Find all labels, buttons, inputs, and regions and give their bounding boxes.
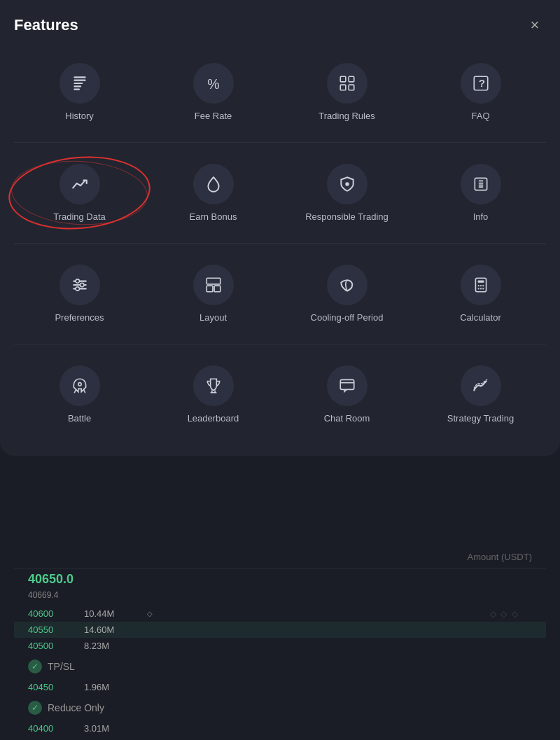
svg-rect-15 [478, 184, 483, 186]
cooling-off-label: Cooling-off Period [311, 312, 384, 324]
svg-point-22 [80, 283, 83, 286]
svg-point-30 [479, 285, 481, 286]
feature-preferences[interactable]: Preferences [14, 255, 145, 333]
chat-room-icon-circle [327, 365, 368, 406]
svg-line-36 [83, 389, 85, 392]
history-icon-circle [59, 63, 100, 104]
svg-rect-3 [74, 85, 81, 87]
section-row-4: Battle Leaderboard [14, 356, 546, 433]
trophy-icon [204, 377, 223, 395]
trading-rules-icon-circle [327, 63, 368, 104]
sliders-icon [71, 276, 89, 294]
grid-icon [338, 74, 356, 92]
layout-icon-circle [193, 265, 234, 305]
feature-calculator[interactable]: Calculator [415, 255, 546, 333]
feature-leaderboard[interactable]: Leaderboard [148, 356, 279, 433]
cooling-off-icon-circle [327, 265, 368, 305]
feature-trading-rules[interactable]: Trading Rules [281, 53, 412, 131]
bg-main-price: 40650.0 [14, 568, 546, 590]
responsible-trading-icon-circle [327, 164, 368, 204]
bg-sub-price: 40669.4 [14, 590, 546, 606]
feature-info[interactable]: Info [415, 154, 546, 232]
svg-rect-4 [74, 89, 80, 90]
bg-price-row: 405008.23M [14, 638, 546, 654]
feature-grid-4: Battle Leaderboard [14, 356, 546, 433]
bg-price-row: 404501.96M [14, 679, 546, 695]
faq-label: FAQ [471, 111, 489, 123]
trading-rules-label: Trading Rules [318, 111, 374, 123]
battle-label: Battle [68, 413, 91, 425]
svg-point-34 [482, 288, 484, 289]
svg-point-29 [477, 285, 479, 286]
svg-rect-8 [340, 85, 346, 90]
leaderboard-label: Leaderboard [188, 413, 239, 425]
feature-cooling-off[interactable]: Cooling-off Period [281, 255, 412, 333]
responsible-trading-label: Responsible Trading [305, 211, 388, 223]
svg-rect-1 [74, 80, 85, 81]
feature-layout[interactable]: Layout [148, 255, 279, 333]
feature-grid-1: History % Fee Rate [14, 53, 546, 131]
drop-icon [204, 175, 223, 193]
feature-battle[interactable]: Battle [14, 356, 145, 433]
leaf-icon [338, 276, 356, 294]
svg-text:?: ? [478, 77, 484, 89]
bg-price-row: 40350559.5K [14, 736, 546, 740]
svg-rect-2 [74, 83, 83, 84]
svg-point-31 [482, 285, 484, 286]
percent-icon: % [204, 74, 223, 92]
svg-line-35 [74, 389, 76, 392]
feature-chat-room[interactable]: Chat Room [281, 356, 412, 433]
feature-strategy-trading[interactable]: Strategy Trading [415, 356, 546, 433]
modal-title: Features [14, 16, 78, 34]
layout-icon [204, 276, 223, 294]
question-icon: ? [472, 74, 490, 92]
strategy-trading-icon-circle [461, 365, 501, 406]
leaderboard-icon-circle [193, 365, 234, 406]
feature-history[interactable]: History [14, 53, 145, 131]
bg-price-row: 404003.01M [14, 720, 546, 736]
preferences-label: Preferences [55, 312, 104, 324]
close-button[interactable]: × [524, 14, 546, 36]
svg-text:%: % [207, 76, 219, 92]
svg-rect-7 [349, 76, 354, 82]
calculator-icon-circle [461, 265, 501, 305]
svg-rect-16 [478, 186, 483, 188]
svg-rect-9 [349, 85, 354, 90]
svg-rect-0 [74, 76, 85, 78]
feature-fee-rate[interactable]: % Fee Rate [148, 53, 279, 131]
svg-point-33 [479, 288, 481, 289]
svg-point-32 [477, 288, 479, 289]
fee-rate-label: Fee Rate [195, 111, 232, 123]
earn-bonus-label: Earn Bonus [190, 211, 237, 223]
svg-rect-14 [478, 183, 483, 184]
bg-price-row: 4055014.60M [14, 622, 546, 638]
calculator-label: Calculator [460, 312, 501, 324]
earn-bonus-icon-circle [193, 164, 234, 204]
fee-rate-icon-circle: % [193, 63, 234, 104]
section-row-2: Trading Data Earn Bonus Responsible [14, 154, 546, 232]
svg-rect-26 [214, 286, 220, 292]
svg-point-21 [76, 279, 79, 283]
modal-header: Features × [14, 14, 546, 36]
feature-trading-data[interactable]: Trading Data [14, 154, 145, 232]
bg-header: Amount (USDT) [14, 546, 546, 568]
feature-faq[interactable]: ? FAQ [415, 53, 546, 131]
info-icon-circle [461, 164, 501, 204]
svg-point-12 [345, 182, 349, 186]
trading-data-label: Trading Data [53, 211, 106, 223]
feature-earn-bonus[interactable]: Earn Bonus [148, 154, 279, 232]
calc-icon [472, 276, 490, 294]
faq-icon-circle: ? [461, 63, 501, 104]
shield-icon [338, 175, 356, 193]
feature-responsible-trading[interactable]: Responsible Trading [281, 154, 412, 232]
section-row-3: Preferences Layout [14, 255, 546, 333]
features-modal: Features × History [0, 0, 560, 456]
layout-label: Layout [200, 312, 227, 324]
battle-icon-circle [59, 365, 100, 406]
bg-reduce-row: ✓ Reduce Only [14, 695, 546, 720]
svg-rect-17 [478, 180, 483, 181]
divider-1 [14, 142, 546, 143]
rocket-icon [71, 377, 89, 395]
chat-room-label: Chat Room [324, 413, 370, 425]
history-label: History [65, 111, 93, 123]
